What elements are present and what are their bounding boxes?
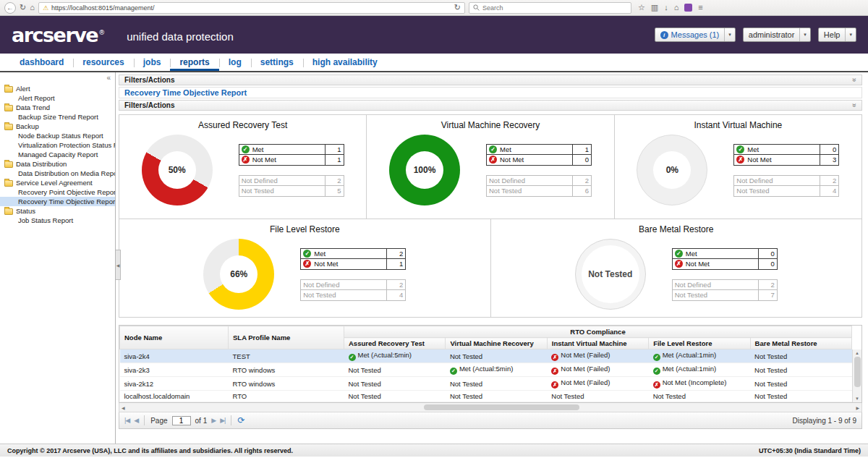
cell-status: ✗Not Met (Failed)	[547, 363, 648, 377]
tree-item-recovery-point-objective-report[interactable]: Recovery Point Objective Report	[0, 187, 115, 197]
tree-folder-alert[interactable]: Alert	[0, 84, 115, 93]
help-button[interactable]: Help ▾	[818, 27, 856, 42]
user-menu-button[interactable]: administrator ▾	[743, 27, 811, 42]
first-page-button[interactable]: |◀	[124, 417, 129, 424]
legend-label: Not Defined	[242, 177, 278, 185]
tree-folder-service-level-agreement[interactable]: Service Level Agreement	[0, 178, 115, 187]
refresh-icon[interactable]: ↻	[20, 4, 26, 12]
collapse-tree-button[interactable]: «	[106, 74, 111, 82]
scroll-right-icon[interactable]: ▶	[856, 405, 859, 410]
legend-label: Met	[500, 145, 511, 153]
page-label: Page	[150, 417, 167, 425]
tree-item-node-backup-status-report[interactable]: Node Backup Status Report	[0, 131, 115, 140]
menu-icon[interactable]: ≡	[698, 4, 702, 12]
tree-item-data-distribution-on-media-report[interactable]: Data Distribution on Media Report	[0, 169, 115, 178]
page-number-input[interactable]	[172, 416, 191, 425]
tab-high-availability[interactable]: high availability	[303, 54, 387, 71]
chart-legend: ✓Met1✗Not Met0Not Defined2Not Tested6	[486, 144, 592, 197]
tab-settings[interactable]: settings	[251, 54, 303, 71]
cell-status: ✗Not Met (Failed)	[547, 377, 648, 391]
donut-chart: 100%	[389, 135, 460, 205]
browser-search-bar[interactable]	[469, 2, 631, 14]
scrollbar-thumb[interactable]	[854, 357, 861, 387]
cell-status: ✓Met (Actual:5min)	[446, 363, 547, 377]
home-icon[interactable]: ⌂	[30, 4, 35, 12]
filters-actions-bar-inner[interactable]: Filters/Actions «	[119, 100, 862, 111]
legend-count: 2	[758, 280, 777, 289]
folder-icon	[4, 124, 13, 130]
legend-count: 1	[572, 145, 591, 154]
legend-label: Not Defined	[675, 281, 711, 289]
tree-folder-status[interactable]: Status	[0, 206, 115, 216]
tab-dashboard[interactable]: dashboard	[10, 54, 73, 71]
tree-item-job-status-report[interactable]: Job Status Report	[0, 216, 115, 225]
cell-status: ✓Met (Actual:5min)	[344, 349, 446, 363]
legend-row-not-defined: Not Defined2	[673, 280, 777, 290]
legend-count: 7	[758, 290, 777, 300]
tab-resources[interactable]: resources	[73, 54, 133, 71]
column-header-instant-virtual-machine[interactable]: Instant Virtual Machine	[547, 338, 648, 349]
home-icon[interactable]: ⌂	[674, 4, 679, 12]
legend-label: Met	[686, 250, 697, 258]
filters-actions-bar-top[interactable]: Filters/Actions «	[119, 75, 862, 85]
table-row[interactable]: siva-2k3RTO windowsNot Tested✓Met (Actua…	[120, 363, 852, 377]
met-icon: ✓	[242, 145, 250, 153]
browser-search-input[interactable]	[482, 4, 627, 12]
chevron-down-icon: ▾	[799, 28, 810, 41]
tree-item-alert-report[interactable]: Alert Report	[0, 93, 115, 103]
legend-count: 1	[386, 259, 405, 269]
security-warning-icon[interactable]: ⚠	[43, 4, 48, 12]
report-table: Node Name SLA Profile Name RTO Complianc…	[119, 325, 862, 403]
download-icon[interactable]: ↓	[664, 4, 668, 12]
previous-page-button[interactable]: ◀	[134, 417, 138, 424]
tree-folder-data-trend[interactable]: Data Trend	[0, 103, 115, 112]
messages-button[interactable]: iMessages (1) ▾	[655, 27, 736, 42]
url-text[interactable]: https://localhost:8015/management/	[51, 4, 451, 12]
column-header-assured-recovery-test[interactable]: Assured Recovery Test	[344, 338, 446, 349]
vertical-scrollbar[interactable]: ▲ ▼	[852, 349, 861, 402]
tree-item-managed-capacity-report[interactable]: Managed Capacity Report	[0, 150, 115, 159]
column-header-sla-profile-name[interactable]: SLA Profile Name	[229, 326, 344, 349]
table-row[interactable]: siva-2k12RTO windowsNot TestedNot Tested…	[120, 377, 852, 391]
column-header-node-name[interactable]: Node Name	[120, 326, 229, 349]
cell-status: Not Tested	[750, 349, 851, 363]
tree-folder-backup[interactable]: Backup	[0, 122, 115, 131]
table-row[interactable]: siva-2k4TEST✓Met (Actual:5min)Not Tested…	[120, 349, 852, 363]
refresh-icon[interactable]: ⟳	[237, 415, 244, 425]
chart-title: Bare Metal Restore	[495, 224, 858, 234]
expand-chevron-icon[interactable]: «	[851, 78, 859, 82]
tab-log[interactable]: log	[219, 54, 251, 71]
column-header-virtual-machine-recovery[interactable]: Virtual Machine Recovery	[446, 338, 547, 349]
expand-chevron-icon[interactable]: «	[851, 103, 859, 108]
copyright-text: Copyright © 2017 Arcserve (USA), LLC and…	[7, 447, 293, 454]
scroll-left-icon[interactable]: ◀	[122, 405, 125, 410]
url-bar[interactable]: ⚠ https://localhost:8015/management/ ↻	[38, 2, 465, 14]
met-icon: ✓	[303, 250, 311, 258]
scroll-down-icon[interactable]: ▼	[855, 396, 859, 401]
legend-count: 2	[820, 176, 838, 185]
next-page-button[interactable]: ▶	[211, 417, 216, 424]
legend-row-met: ✓Met0	[673, 249, 777, 259]
scrollbar-thumb[interactable]	[424, 404, 579, 410]
collapse-panel-handle[interactable]: ◀	[116, 250, 121, 280]
table-row[interactable]: localhost.localdomainRTONot TestedNot Te…	[120, 391, 852, 402]
tree-item-virtualization-protection-status-report[interactable]: Virtualization Protection Status Report	[0, 140, 115, 150]
horizontal-scrollbar[interactable]: ◀ ▶	[119, 403, 862, 412]
bookmark-star-icon[interactable]: ☆	[638, 4, 645, 12]
not-met-icon: ✗	[551, 354, 558, 361]
library-icon[interactable]: ▥	[651, 4, 658, 12]
tab-reports[interactable]: reports	[170, 54, 218, 71]
scroll-up-icon[interactable]: ▲	[855, 351, 859, 355]
reload-icon[interactable]: ↻	[454, 4, 461, 12]
cell-node-name: siva-2k3	[120, 363, 229, 377]
shield-icon[interactable]	[684, 4, 692, 12]
column-header-file-level-restore[interactable]: File Level Restore	[649, 338, 750, 349]
tree-item-backup-size-trend-report[interactable]: Backup Size Trend Report	[0, 112, 115, 122]
trademark: ®	[98, 29, 105, 36]
column-header-bare-metal-restore[interactable]: Bare Metal Restore	[750, 338, 851, 349]
tab-jobs[interactable]: jobs	[134, 54, 171, 71]
tree-folder-data-distribution[interactable]: Data Distribution	[0, 159, 115, 169]
back-button[interactable]: ←	[4, 2, 16, 14]
last-page-button[interactable]: ▶|	[220, 417, 225, 424]
tree-item-recovery-time-objective-report[interactable]: Recovery Time Objective Report	[0, 197, 115, 206]
